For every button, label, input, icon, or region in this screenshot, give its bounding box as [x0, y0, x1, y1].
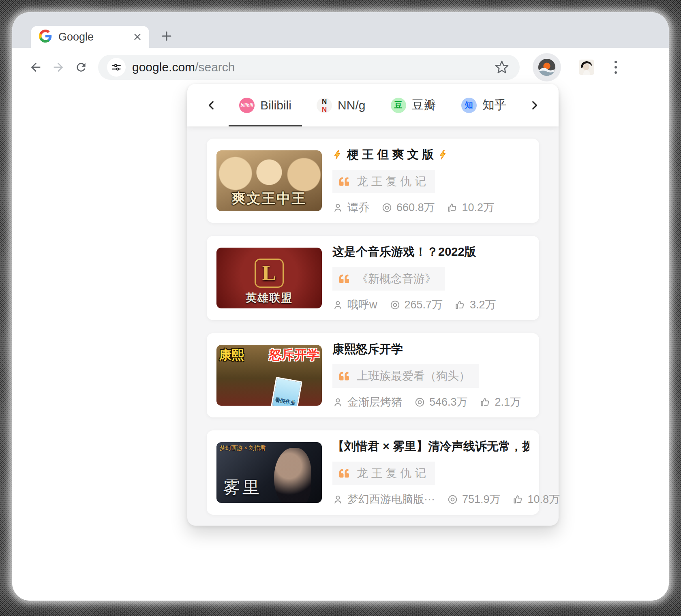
quote-box: 《新概念音游》 [332, 267, 445, 291]
views-count: 546.3万 [429, 395, 468, 409]
video-card[interactable]: L 英雄联盟 这是个音乐游戏！？2022版 《新概念音游》 哦呼w [207, 236, 539, 320]
quote-box: 上班族最爱看（狗头） [332, 364, 479, 388]
quote-text: 龙 王 复 仇 记 [357, 174, 426, 189]
lightning-icon [332, 149, 343, 161]
video-thumbnail[interactable]: 梦幻西游 × 刘惜君 雾里 [216, 442, 322, 503]
thumbs-up-icon [455, 299, 466, 310]
video-card-list: 爽文王中王 梗 王 但 爽 文 版 龙 王 复 仇 记 [187, 126, 559, 527]
thumbnail-badge-left: 康熙 [219, 346, 244, 364]
author-name: 金渐层烤猪 [347, 395, 402, 409]
page-content: bilibili Bilibili NN NN/g 豆 豆瓣 知 知乎 [12, 87, 669, 601]
views-icon [414, 397, 425, 408]
likes-count: 3.2万 [470, 297, 496, 312]
thumbnail-overlay-text: 爽文王中王 [216, 189, 322, 208]
browser-tabstrip: Google [12, 12, 669, 48]
sunrise-extension-icon[interactable] [533, 53, 561, 81]
likes-group[interactable]: 10.2万 [447, 200, 495, 215]
author-group[interactable]: 谭乔 [332, 200, 369, 215]
user-icon [332, 397, 343, 408]
quote-icon [338, 468, 350, 478]
bookmark-star-icon[interactable] [493, 58, 511, 76]
homework-book: 暑假作业 [271, 377, 302, 406]
thumbnail-badge-right: 怒斥开学 [269, 346, 319, 364]
browser-toolbar: google.com/search [12, 48, 669, 87]
author-group[interactable]: 梦幻西游电脑版⋯ [332, 492, 435, 507]
user-icon [332, 299, 343, 310]
video-thumbnail[interactable]: 康熙 怒斥开学 暑假作业 [216, 345, 322, 406]
author-name: 谭乔 [347, 200, 369, 215]
lightning-icon [438, 149, 448, 161]
views-icon [447, 494, 458, 505]
video-meta: 谭乔 660.8万 10.2万 [332, 200, 529, 215]
quote-icon [338, 177, 350, 186]
views-count: 751.9万 [462, 492, 501, 507]
tab-nng[interactable]: NN NN/g [310, 84, 372, 126]
quote-text: 《新概念音游》 [357, 271, 436, 287]
lol-logo: L [255, 259, 284, 288]
views-group: 751.9万 [447, 492, 501, 507]
tab-title: Google [58, 31, 126, 43]
video-card[interactable]: 梦幻西游 × 刘惜君 雾里 【刘惜君 × 雾里】清冷声线诉无常，拨⋯ 龙 王 复… [207, 430, 539, 515]
video-title[interactable]: 这是个音乐游戏！？2022版 [332, 244, 529, 260]
zhihu-icon: 知 [461, 98, 477, 113]
author-group[interactable]: 金渐层烤猪 [332, 395, 402, 409]
video-meta: 哦呼w 265.7万 3.2万 [332, 297, 529, 312]
likes-count: 2.1万 [495, 395, 521, 409]
video-thumbnail[interactable]: 爽文王中王 [216, 150, 322, 211]
tab-zhihu[interactable]: 知 知乎 [455, 84, 513, 126]
quote-text: 龙 王 复 仇 记 [357, 466, 426, 481]
video-title[interactable]: 康熙怒斥开学 [332, 341, 529, 357]
browser-tab-google[interactable]: Google [31, 26, 149, 48]
author-name: 哦呼w [347, 297, 377, 312]
tab-label: 豆瓣 [412, 97, 436, 113]
views-group: 265.7万 [390, 297, 443, 312]
video-card[interactable]: 爽文王中王 梗 王 但 爽 文 版 龙 王 复 仇 记 [207, 139, 539, 223]
url-text[interactable]: google.com/search [132, 60, 235, 74]
thumbnail-overlay-text: 雾里 [223, 476, 262, 499]
browser-window: Google google.com/search [12, 12, 669, 601]
thumbs-up-icon [480, 397, 491, 408]
quote-icon [338, 371, 350, 381]
views-icon [390, 299, 400, 310]
video-thumbnail[interactable]: L 英雄联盟 [216, 248, 322, 308]
author-name: 梦幻西游电脑版⋯ [347, 492, 435, 507]
chevron-right-icon[interactable] [525, 96, 543, 114]
bilibili-icon: bilibili [239, 98, 255, 113]
author-group[interactable]: 哦呼w [332, 297, 377, 312]
likes-group[interactable]: 10.8万 [513, 492, 560, 507]
google-favicon-icon [39, 30, 52, 44]
views-count: 660.8万 [396, 200, 435, 215]
likes-count: 10.2万 [462, 200, 495, 215]
quote-box: 龙 王 复 仇 记 [332, 170, 435, 193]
quote-box: 龙 王 复 仇 记 [332, 462, 435, 485]
video-title[interactable]: 梗 王 但 爽 文 版 [332, 147, 529, 163]
tab-douban[interactable]: 豆 豆瓣 [384, 84, 443, 126]
browser-menu-icon[interactable] [611, 58, 620, 77]
quote-icon [338, 274, 350, 284]
back-icon[interactable] [24, 56, 47, 79]
profile-avatar[interactable] [579, 60, 594, 75]
desktop: { "browser": { "tab": { "title": "Google… [0, 0, 681, 616]
tune-icon[interactable] [107, 58, 126, 77]
url-path: /search [195, 60, 235, 74]
forward-icon[interactable] [47, 56, 70, 79]
douban-icon: 豆 [391, 98, 406, 113]
new-tab-button[interactable] [157, 27, 176, 45]
url-bar[interactable]: google.com/search [98, 55, 520, 80]
views-group: 546.3万 [414, 395, 468, 409]
likes-group[interactable]: 2.1万 [480, 395, 521, 409]
nng-icon: NN [317, 98, 332, 113]
user-icon [332, 494, 343, 505]
likes-count: 10.8万 [528, 492, 560, 507]
quote-text: 上班族最爱看（狗头） [357, 368, 470, 384]
reload-icon[interactable] [70, 56, 92, 79]
user-icon [332, 202, 343, 213]
video-card[interactable]: 康熙 怒斥开学 暑假作业 康熙怒斥开学 上班族最爱看（狗头） [207, 333, 539, 417]
tab-bilibili[interactable]: bilibili Bilibili [233, 84, 298, 126]
video-meta: 金渐层烤猪 546.3万 2.1万 [332, 395, 529, 409]
video-title[interactable]: 【刘惜君 × 雾里】清冷声线诉无常，拨⋯ [332, 438, 529, 455]
likes-group[interactable]: 3.2万 [455, 297, 496, 312]
tab-close-icon[interactable] [133, 32, 142, 41]
chevron-left-icon[interactable] [203, 96, 221, 114]
views-group: 660.8万 [381, 200, 435, 215]
